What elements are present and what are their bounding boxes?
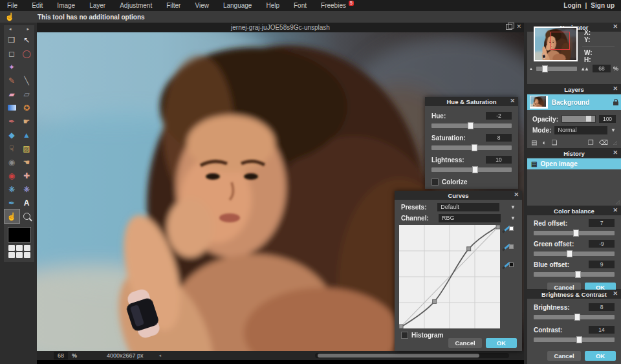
blue-offset-value[interactable]: 9 — [589, 261, 615, 268]
magic-wand-tool[interactable]: ✦ — [5, 60, 19, 74]
toolbar-next-icon[interactable]: ▸ — [27, 27, 29, 32]
menu-edit[interactable]: Edit — [25, 2, 50, 9]
pencil-tool[interactable]: ✎ — [5, 74, 19, 87]
menu-file[interactable]: File — [0, 2, 25, 9]
foreground-color-swatch[interactable] — [8, 227, 31, 242]
delete-layer-icon[interactable]: ⌫ — [599, 139, 608, 146]
close-panel-icon[interactable]: ✕ — [613, 149, 618, 156]
toolbar-prev-icon[interactable]: ◂ — [9, 27, 12, 32]
menu-layer[interactable]: Layer — [82, 2, 113, 9]
menu-view[interactable]: View — [188, 2, 216, 9]
blend-mode-select[interactable]: Normal — [554, 126, 607, 134]
curves-graph[interactable] — [399, 225, 500, 328]
layers-title-bar[interactable]: Layers ✕ — [527, 85, 621, 94]
background-eraser-tool[interactable]: ▱ — [19, 87, 34, 101]
lasso-tool[interactable]: ◯ — [19, 47, 34, 60]
channel-select[interactable]: RBG — [439, 214, 501, 222]
mask-icon[interactable]: ◐ — [542, 139, 546, 146]
crop-tool[interactable]: ❒ — [5, 33, 19, 47]
workspace-square[interactable] — [24, 245, 30, 251]
sharpen-tool[interactable]: ▲ — [19, 128, 34, 142]
presets-dropdown-icon[interactable]: ▼ — [510, 204, 516, 210]
mode-dropdown-icon[interactable]: ▼ — [611, 127, 616, 133]
channel-dropdown-icon[interactable]: ▼ — [510, 215, 516, 221]
menu-font[interactable]: Font — [287, 2, 314, 9]
cancel-button[interactable]: Cancel — [547, 351, 581, 361]
black-point-eyedropper-icon[interactable] — [503, 262, 514, 272]
eraser-tool[interactable]: ▰ — [5, 87, 19, 101]
navigator-zoom-value[interactable]: 68 — [593, 65, 611, 72]
sparkle-purple-tool[interactable]: ❋ — [19, 182, 34, 196]
hue-saturation-title-bar[interactable]: Hue & Saturation ✕ — [425, 97, 518, 106]
close-dialog-icon[interactable]: ✕ — [510, 98, 515, 104]
histogram-checkbox[interactable] — [401, 332, 408, 339]
lightness-value[interactable]: 10 — [486, 156, 512, 164]
navigator-zoom-slider[interactable] — [536, 67, 577, 71]
brightness-value[interactable]: 8 — [589, 303, 615, 311]
close-panel-icon[interactable]: ✕ — [613, 290, 618, 297]
new-layer-icon[interactable]: ❐ — [588, 139, 594, 146]
history-title-bar[interactable]: History ✕ — [527, 149, 621, 158]
type-tool[interactable]: A — [19, 196, 34, 209]
colorize-checkbox[interactable] — [431, 178, 439, 186]
status-dropdown-icon[interactable]: ◂ — [159, 353, 162, 358]
workspace-square[interactable] — [8, 245, 15, 251]
red-offset-value[interactable]: 7 — [589, 219, 615, 227]
gray-point-eyedropper-icon[interactable] — [503, 244, 514, 253]
login-link[interactable]: Login — [563, 2, 581, 9]
blue-offset-slider[interactable] — [534, 272, 615, 277]
layer-row-background[interactable]: Background — [527, 94, 621, 110]
dodge-tool[interactable]: ◉ — [5, 155, 19, 169]
horizontal-scrollbar[interactable] — [315, 353, 509, 358]
zoom-out-icon[interactable]: ▲ — [529, 67, 533, 70]
menu-help[interactable]: Help — [259, 2, 287, 9]
workspace-square[interactable] — [24, 252, 30, 258]
close-panel-icon[interactable]: ✕ — [613, 23, 618, 30]
sparkle-blue-tool[interactable]: ❋ — [5, 182, 19, 196]
pen-tool[interactable]: ✒ — [5, 196, 19, 209]
menu-filter[interactable]: Filter — [159, 2, 188, 9]
signup-link[interactable]: Sign up — [591, 2, 615, 9]
new-group-icon[interactable]: ❏ — [552, 139, 558, 146]
panel-resize-grip[interactable]: ◿ — [616, 199, 620, 205]
workspace-square[interactable] — [8, 252, 15, 258]
red-offset-slider[interactable] — [534, 231, 615, 235]
color-balance-title-bar[interactable]: Color balance ✕ — [527, 206, 621, 215]
menu-freebies[interactable]: Freebies 5 — [314, 2, 353, 9]
zoom-in-icon[interactable]: ▲▲ — [580, 66, 588, 72]
curves-title-bar[interactable]: Curves ✕ — [395, 191, 522, 200]
red-eye-tool[interactable]: ◉ — [5, 169, 19, 182]
gradient-tool[interactable] — [5, 101, 19, 114]
opacity-value[interactable]: 100 — [599, 115, 616, 123]
contrast-value[interactable]: 14 — [589, 326, 615, 334]
restore-window-icon[interactable] — [506, 24, 512, 30]
sponge-tool[interactable]: ▨ — [19, 142, 34, 155]
finger-tool[interactable]: ☟ — [5, 142, 19, 155]
brightness-contrast-title-bar[interactable]: Brightness & Contrast ✕ — [527, 290, 621, 299]
menu-adjustment[interactable]: Adjustment — [113, 2, 159, 9]
cancel-button[interactable]: Cancel — [448, 338, 482, 348]
marquee-select-tool[interactable]: ◻ — [5, 47, 19, 60]
hue-slider[interactable] — [431, 123, 512, 128]
history-item-open-image[interactable]: ▤ Open image — [527, 158, 621, 169]
close-panel-icon[interactable]: ✕ — [613, 207, 618, 213]
presets-select[interactable]: Default — [437, 203, 499, 211]
ok-button[interactable]: OK — [585, 351, 616, 361]
brightness-slider[interactable] — [534, 315, 615, 319]
scrollbar-thumb[interactable] — [318, 354, 479, 358]
panel-resize-grip[interactable]: ◿ — [613, 140, 617, 145]
burn-tool[interactable]: ☚ — [19, 155, 34, 169]
line-tool[interactable]: ╲ — [19, 74, 34, 87]
healing-tool[interactable]: ✚ — [19, 169, 34, 182]
hue-value[interactable]: -2 — [486, 112, 512, 120]
zoom-level-box[interactable]: 68 — [54, 352, 68, 359]
workspace-square[interactable] — [16, 252, 23, 258]
adjustment-icon[interactable]: ▤ — [531, 139, 537, 146]
mixer-brush-tool[interactable]: ✒ — [5, 114, 19, 128]
smudge-tool[interactable]: ☛ — [19, 114, 34, 128]
move-tool[interactable]: ↖ — [19, 33, 34, 47]
menu-image[interactable]: Image — [50, 2, 82, 9]
saturation-value[interactable]: 8 — [486, 134, 512, 142]
close-panel-icon[interactable]: ✕ — [613, 85, 618, 92]
lightness-slider[interactable] — [431, 167, 512, 172]
